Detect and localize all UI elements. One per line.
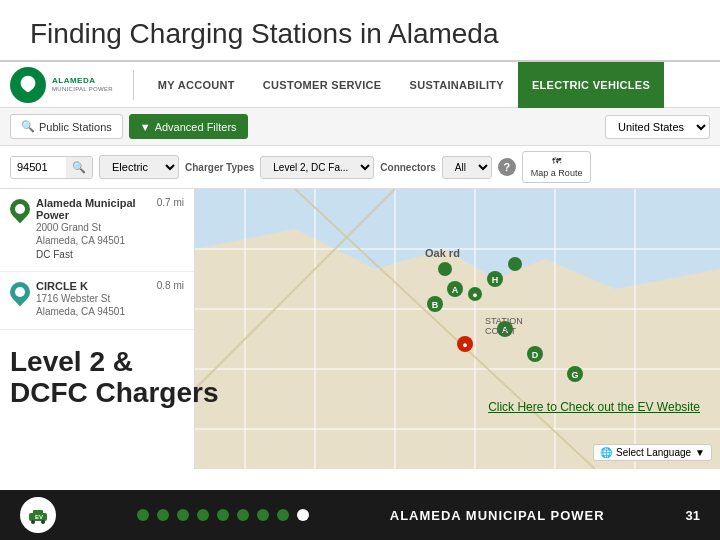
svg-text:●: ● <box>462 340 467 350</box>
bottom-brand-label: ALAMEDA MUNICIPAL POWER <box>390 508 605 523</box>
station-distance-1: 0.7 mi <box>157 197 184 208</box>
dot-4 <box>197 509 209 521</box>
logo-text: ALAMEDA MUNICIPAL POWER <box>52 77 113 92</box>
station-city-2: Alameda, CA 94501 <box>36 305 184 318</box>
title-area: Finding Charging Stations in Alameda <box>0 0 720 62</box>
nav-sustainability[interactable]: SUSTAINABILITY <box>396 62 518 108</box>
ev-icon-container: EV <box>20 497 56 533</box>
nav-divider <box>133 70 134 100</box>
bottom-bar: EV ALAMEDA MUNICIPAL POWER 31 <box>0 490 720 540</box>
search-icon: 🔍 <box>21 120 35 133</box>
nav-customer-service[interactable]: CUSTOMER SERVICE <box>249 62 396 108</box>
svg-point-30 <box>438 262 452 276</box>
logo-leaf-icon <box>17 74 39 96</box>
level-text-line2: DCFC Chargers <box>10 378 218 409</box>
search-row: 🔍 Electric Charger Types Level 2, DC Fa.… <box>0 146 720 189</box>
nav-links: MY ACCOUNT CUSTOMER SERVICE SUSTAINABILI… <box>144 62 710 108</box>
station-header-2: 0.8 mi CIRCLE K 1716 Webster St Alameda,… <box>10 280 184 318</box>
station-address-2: 1716 Webster St <box>36 292 184 305</box>
station-header-1: 0.7 mi Alameda Municipal Power 2000 Gran… <box>10 197 184 260</box>
svg-text:A: A <box>452 285 459 295</box>
filter-bar: 🔍 Public Stations ▼ Advanced Filters Uni… <box>0 108 720 146</box>
station-type-1: DC Fast <box>36 249 184 260</box>
logo-line2: MUNICIPAL POWER <box>52 86 113 93</box>
svg-text:G: G <box>571 370 578 380</box>
nav-my-account[interactable]: MY ACCOUNT <box>144 62 249 108</box>
globe-icon: 🌐 <box>600 447 612 458</box>
ev-car-icon: EV <box>26 503 50 527</box>
dot-5 <box>217 509 229 521</box>
station-city-1: Alameda, CA 94501 <box>36 234 184 247</box>
svg-text:●: ● <box>472 290 477 300</box>
nav-electric-vehicles[interactable]: ELECTRIC VEHICLES <box>518 62 664 108</box>
select-language-button[interactable]: 🌐 Select Language ▼ <box>593 444 712 461</box>
map-icon: 🗺 <box>552 156 561 166</box>
station-marker-2 <box>6 278 34 306</box>
dot-8 <box>277 509 289 521</box>
svg-text:B: B <box>432 300 439 310</box>
connectors-label: Connectors <box>380 162 436 173</box>
level-text-overlay: Level 2 & DCFC Chargers <box>10 347 218 409</box>
main-content: 0.7 mi Alameda Municipal Power 2000 Gran… <box>0 189 720 469</box>
page-title: Finding Charging Stations in Alameda <box>30 18 690 50</box>
dot-2 <box>157 509 169 521</box>
level-text-line1: Level 2 & <box>10 347 218 378</box>
public-stations-label: Public Stations <box>39 121 112 133</box>
svg-text:H: H <box>492 275 499 285</box>
progress-dots <box>137 509 309 521</box>
electric-type-select[interactable]: Electric <box>99 155 179 179</box>
station-address-1: 2000 Grand St <box>36 221 184 234</box>
connectors-select[interactable]: All <box>442 156 492 179</box>
help-button[interactable]: ? <box>498 158 516 176</box>
logo-line1: ALAMEDA <box>52 77 113 86</box>
dot-6 <box>237 509 249 521</box>
dot-9 <box>297 509 309 521</box>
svg-point-31 <box>508 257 522 271</box>
svg-text:Oak rd: Oak rd <box>425 247 460 259</box>
page-number: 31 <box>686 508 700 523</box>
country-select[interactable]: United States Canada <box>605 115 710 139</box>
map-svg: A H ● B A ● D G Oak rd STATION COAST <box>195 189 720 469</box>
dot-7 <box>257 509 269 521</box>
click-here-link[interactable]: Click Here to Check out the EV Website <box>488 400 700 414</box>
nav-logo: ALAMEDA MUNICIPAL POWER <box>10 67 113 103</box>
zip-search-button[interactable]: 🔍 <box>66 157 92 178</box>
map-route-button[interactable]: 🗺 Map a Route <box>522 151 592 183</box>
advanced-filters-button[interactable]: ▼ Advanced Filters <box>129 114 248 139</box>
list-item[interactable]: 0.8 mi CIRCLE K 1716 Webster St Alameda,… <box>0 272 194 330</box>
click-here-label: Click Here to Check out the EV Website <box>488 400 700 414</box>
svg-text:EV: EV <box>35 514 43 520</box>
charger-types-label: Charger Types <box>185 162 254 173</box>
station-list: 0.7 mi Alameda Municipal Power 2000 Gran… <box>0 189 195 469</box>
svg-point-38 <box>41 520 45 524</box>
charger-level-select[interactable]: Level 2, DC Fa... <box>260 156 374 179</box>
list-item[interactable]: 0.7 mi Alameda Municipal Power 2000 Gran… <box>0 189 194 272</box>
zip-input[interactable] <box>11 157 66 177</box>
filter-right: United States Canada <box>605 115 710 139</box>
svg-text:COAST: COAST <box>485 326 517 336</box>
station-distance-2: 0.8 mi <box>157 280 184 291</box>
zip-input-wrap: 🔍 <box>10 156 93 179</box>
dot-3 <box>177 509 189 521</box>
navbar: ALAMEDA MUNICIPAL POWER MY ACCOUNT CUSTO… <box>0 62 720 108</box>
public-stations-button[interactable]: 🔍 Public Stations <box>10 114 123 139</box>
select-language-label: Select Language <box>616 447 691 458</box>
logo-circle <box>10 67 46 103</box>
marker-inner-2 <box>15 287 25 297</box>
marker-inner-1 <box>15 204 25 214</box>
map-route-label: Map a Route <box>531 168 583 178</box>
filter-left: 🔍 Public Stations ▼ Advanced Filters <box>10 114 248 139</box>
station-info-1: 0.7 mi Alameda Municipal Power 2000 Gran… <box>36 197 184 260</box>
svg-text:D: D <box>532 350 539 360</box>
advanced-filters-label: Advanced Filters <box>155 121 237 133</box>
dot-1 <box>137 509 149 521</box>
svg-text:STATION: STATION <box>485 316 523 326</box>
chevron-down-icon: ▼ <box>695 447 705 458</box>
svg-point-37 <box>31 520 35 524</box>
filter-icon: ▼ <box>140 121 151 133</box>
station-info-2: 0.8 mi CIRCLE K 1716 Webster St Alameda,… <box>36 280 184 318</box>
map-area: A H ● B A ● D G Oak rd STATION COAST 🌐 <box>195 189 720 469</box>
station-marker-1 <box>6 195 34 223</box>
